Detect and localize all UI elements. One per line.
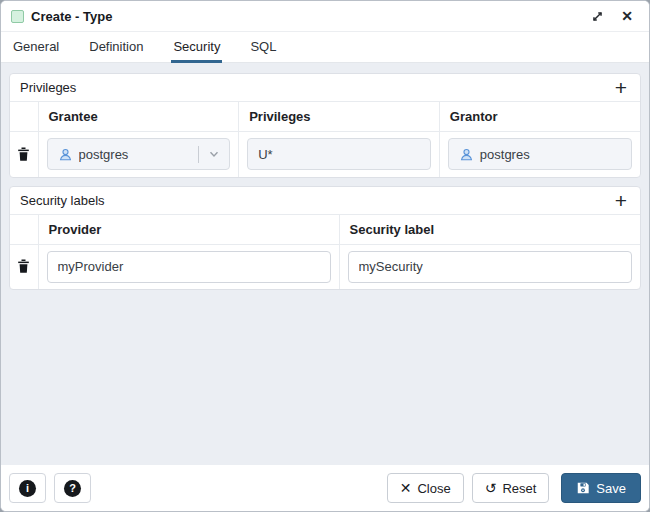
security-labels-header-spacer (10, 214, 38, 244)
privileges-section-header: Privileges + (10, 74, 640, 101)
privileges-section: Privileges + Grantee Privileges Grantor (9, 73, 641, 178)
security-labels-section-title: Security labels (20, 193, 105, 208)
tab-general[interactable]: General (11, 32, 61, 63)
add-security-label-icon[interactable]: + (610, 189, 632, 211)
column-header-provider: Provider (38, 214, 339, 244)
close-button-label: Close (417, 481, 450, 496)
grantee-value: postgres (79, 147, 199, 162)
provider-input[interactable] (47, 251, 331, 283)
column-header-grantor: Grantor (439, 102, 640, 132)
privileges-row: postgres U* (10, 132, 640, 177)
tab-sql[interactable]: SQL (248, 32, 278, 63)
security-labels-table: Provider Security label (10, 214, 640, 289)
info-icon: i (19, 480, 36, 497)
create-type-dialog: Create - Type ✕ General Definition Secur… (0, 0, 650, 512)
privileges-value: U* (258, 147, 272, 162)
privileges-table: Grantee Privileges Grantor (10, 101, 640, 177)
role-icon (459, 147, 474, 162)
reset-icon: ↺ (485, 481, 497, 495)
close-icon[interactable]: ✕ (617, 6, 637, 26)
column-header-security-label: Security label (339, 214, 640, 244)
save-floppy-icon (576, 481, 590, 495)
dialog-footer: i ? ✕ Close ↺ Reset Save (1, 465, 649, 511)
maximize-icon[interactable] (587, 6, 607, 26)
delete-privilege-icon[interactable] (13, 143, 34, 166)
security-label-row (10, 244, 640, 289)
role-icon (58, 147, 73, 162)
reset-button[interactable]: ↺ Reset (472, 473, 550, 503)
chevron-down-icon[interactable] (199, 147, 229, 161)
tab-security[interactable]: Security (171, 32, 222, 63)
dialog-help-button[interactable]: ? (54, 473, 91, 503)
add-privilege-icon[interactable]: + (610, 77, 632, 99)
save-button[interactable]: Save (561, 473, 641, 503)
dialog-tabs: General Definition Security SQL (1, 32, 649, 63)
save-button-label: Save (596, 481, 626, 496)
privileges-value-field[interactable]: U* (247, 138, 431, 170)
security-labels-section: Security labels + Provider Security labe… (9, 186, 641, 290)
grantor-field: postgres (448, 138, 632, 170)
close-x-icon: ✕ (400, 481, 412, 495)
reset-button-label: Reset (502, 481, 536, 496)
type-object-icon (11, 10, 24, 23)
grantee-select[interactable]: postgres (47, 138, 231, 170)
column-header-grantee: Grantee (38, 102, 239, 132)
security-labels-section-header: Security labels + (10, 187, 640, 214)
security-tab-panel: Privileges + Grantee Privileges Grantor (1, 63, 649, 465)
column-header-privileges: Privileges (239, 102, 440, 132)
close-button[interactable]: ✕ Close (387, 473, 464, 503)
question-icon: ? (64, 480, 81, 497)
tab-definition[interactable]: Definition (87, 32, 145, 63)
sql-help-button[interactable]: i (9, 473, 46, 503)
privileges-header-spacer (10, 102, 38, 132)
title-bar: Create - Type ✕ (1, 1, 649, 32)
delete-security-label-icon[interactable] (13, 255, 34, 278)
privileges-section-title: Privileges (20, 80, 76, 95)
security-label-input[interactable] (348, 251, 633, 283)
dialog-title: Create - Type (31, 9, 112, 24)
grantor-value: postgres (480, 147, 530, 162)
